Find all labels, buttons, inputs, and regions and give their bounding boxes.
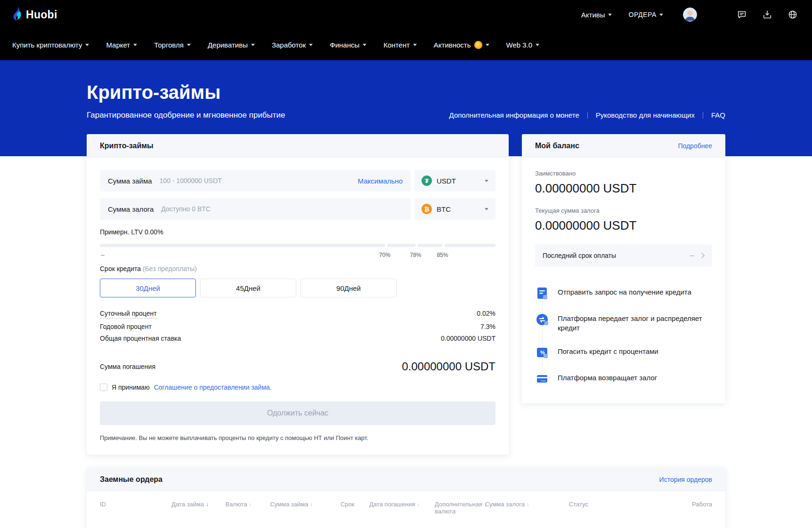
nav-earn[interactable]: Заработок bbox=[272, 41, 313, 49]
nav-label: Контент bbox=[383, 41, 410, 49]
col-status: Статус bbox=[569, 501, 682, 515]
nav-label: Деривативы bbox=[208, 41, 248, 49]
main-content: Крипто-займы Сумма займа Максимально ₮ U… bbox=[87, 134, 725, 528]
step-text: Отправить запрос на получение кредита bbox=[558, 286, 691, 300]
assets-menu[interactable]: Активы bbox=[581, 11, 612, 19]
col-repay-date[interactable]: Дата погашения↓ bbox=[369, 501, 435, 515]
loan-amount-input[interactable] bbox=[159, 176, 351, 185]
col-collateral-amount[interactable]: Сумма залога↓ bbox=[485, 501, 569, 515]
slider-notch bbox=[385, 244, 387, 247]
orders-menu[interactable]: ОРДЕРА bbox=[629, 11, 663, 18]
download-app-icon[interactable] bbox=[762, 9, 772, 20]
sort-down-icon: ↓ bbox=[417, 501, 420, 507]
nav-content[interactable]: Контент bbox=[383, 41, 417, 49]
term-label-row: Срок кредита (Без предоплаты) bbox=[100, 265, 495, 272]
loan-card-title: Крипто-займы bbox=[100, 142, 154, 150]
collateral-currency-value: BTC bbox=[437, 205, 451, 213]
order-history-link[interactable]: История ордеров bbox=[659, 476, 712, 483]
total-rate-label: Общая процентная ставка bbox=[100, 335, 181, 342]
agreement-prefix: Я принимаю bbox=[112, 384, 150, 391]
nav-finance[interactable]: Финансы bbox=[330, 41, 366, 49]
col-additional-currency[interactable]: Дополнительная валюта↓ bbox=[435, 501, 485, 515]
term-90-days-button[interactable]: 90Дней bbox=[300, 279, 397, 297]
loan-currency-select[interactable]: ₮ USDT bbox=[414, 170, 495, 192]
borrowed-label: Заимствовано bbox=[535, 170, 712, 177]
collateral-amount-label: Сумма залога bbox=[108, 205, 154, 213]
agreement-link[interactable]: Соглашение о предоставлении займа. bbox=[154, 384, 272, 391]
nav-market[interactable]: Маркет bbox=[106, 41, 137, 49]
divider bbox=[587, 112, 588, 119]
slider-notch bbox=[415, 244, 418, 247]
sort-down-icon: ↓ bbox=[310, 501, 313, 507]
page-subtitle: Гарантированное одобрение и мгновенное п… bbox=[87, 111, 285, 120]
nav-label: Маркет bbox=[106, 41, 130, 49]
beginner-guide-link[interactable]: Руководство для начинающих bbox=[596, 111, 695, 119]
agreement-checkbox[interactable] bbox=[100, 384, 107, 391]
coin-info-link[interactable]: Дополнительная информация о монете bbox=[449, 111, 579, 119]
chevron-down-icon bbox=[536, 44, 539, 48]
sort-down-icon: ↓ bbox=[206, 501, 209, 507]
slider-start-label: -- bbox=[101, 252, 105, 258]
step-transfer: Платформа передает залог и распределяет … bbox=[535, 306, 712, 339]
repay-percent-icon: % bbox=[535, 345, 549, 360]
slider-mark-78: 78% bbox=[410, 252, 421, 258]
balance-more-link[interactable]: Подробнее bbox=[678, 142, 712, 150]
loan-amount-field: Сумма займа Максимально bbox=[100, 170, 411, 192]
nav-derivatives[interactable]: Деривативы bbox=[208, 41, 255, 49]
term-options: 30Дней 45Дней 90Дней bbox=[100, 279, 495, 297]
page-title: Крипто-займы bbox=[87, 82, 725, 103]
annual-rate-label: Годовой процент bbox=[100, 323, 152, 330]
ltv-slider[interactable]: -- 70% 78% 85% bbox=[100, 241, 495, 261]
col-loan-amount[interactable]: Сумма займа↓ bbox=[270, 501, 341, 515]
step-text: Платформа возвращает залог bbox=[558, 372, 657, 386]
slider-mark-70: 70% bbox=[379, 252, 390, 258]
nav-buy-crypto[interactable]: Купить криптовалюту bbox=[12, 41, 89, 49]
faq-link[interactable]: FAQ bbox=[711, 111, 725, 119]
orders-card: Заемные ордера История ордеров ID Дата з… bbox=[87, 468, 725, 528]
collateral-amount-input[interactable] bbox=[160, 205, 403, 213]
loan-currency-value: USDT bbox=[437, 177, 456, 185]
sort-down-icon: ↓ bbox=[249, 501, 252, 507]
nav-activity[interactable]: Активность bbox=[434, 41, 489, 49]
chevron-down-icon bbox=[363, 44, 366, 48]
return-collateral-icon bbox=[535, 372, 549, 386]
step-request: Отправить запрос на получение кредита bbox=[535, 280, 712, 306]
chevron-down-icon bbox=[485, 180, 488, 184]
total-rate-value: 0.00000000 USDT bbox=[441, 335, 495, 342]
orders-table-header: ID Дата займа↓ Валюта↓ Сумма займа↓ Срок… bbox=[87, 491, 725, 522]
col-action: Работа bbox=[682, 501, 712, 515]
agreement-row: Я принимаю Соглашение о предоставлении з… bbox=[100, 384, 495, 391]
globe-language-icon[interactable] bbox=[788, 9, 798, 20]
term-note: (Без предоплаты) bbox=[143, 265, 197, 272]
step-text: Платформа передает залог и распределяет … bbox=[558, 312, 712, 333]
col-term: Срок bbox=[341, 501, 369, 515]
divider bbox=[703, 112, 703, 119]
nav-web3[interactable]: Web 3.0 bbox=[506, 41, 540, 49]
col-loan-date[interactable]: Дата займа↓ bbox=[171, 501, 225, 515]
collateral-currency-select[interactable]: ₿ BTC bbox=[414, 198, 495, 220]
repayment-row: Сумма погашения 0.00000000 USDT bbox=[100, 360, 495, 373]
chevron-down-icon bbox=[413, 44, 417, 48]
btc-icon: ₿ bbox=[422, 204, 432, 214]
orders-title: Заемные ордера bbox=[100, 475, 162, 484]
request-document-icon bbox=[535, 286, 549, 300]
term-30-days-button[interactable]: 30Дней bbox=[100, 279, 196, 297]
daily-rate-row: Суточный процент 0.02% bbox=[100, 310, 495, 319]
due-date-row[interactable]: Последний срок оплаты -- bbox=[535, 244, 712, 267]
term-45-days-button[interactable]: 45Дней bbox=[200, 279, 296, 297]
chevron-down-icon bbox=[659, 14, 663, 18]
borrow-now-button[interactable]: Одолжить сейчас bbox=[100, 401, 495, 425]
chat-icon[interactable] bbox=[737, 9, 747, 20]
slider-track[interactable] bbox=[100, 244, 495, 247]
sort-down-icon: ↓ bbox=[527, 501, 529, 507]
loan-note: Примечание. Вы не можете выплачивать про… bbox=[100, 434, 495, 441]
hero-links: Дополнительная информация о монете Руков… bbox=[449, 111, 725, 119]
step-return: Платформа возвращает залог bbox=[535, 366, 712, 392]
main-nav: Купить криптовалюту Маркет Торговля Дери… bbox=[0, 29, 812, 60]
avatar[interactable] bbox=[683, 8, 697, 22]
col-currency[interactable]: Валюта↓ bbox=[225, 501, 270, 515]
topbar-icons bbox=[737, 9, 798, 20]
huobi-logo[interactable]: Huobi bbox=[10, 7, 57, 23]
nav-trade[interactable]: Торговля bbox=[154, 41, 191, 49]
max-button[interactable]: Максимально bbox=[358, 177, 403, 185]
